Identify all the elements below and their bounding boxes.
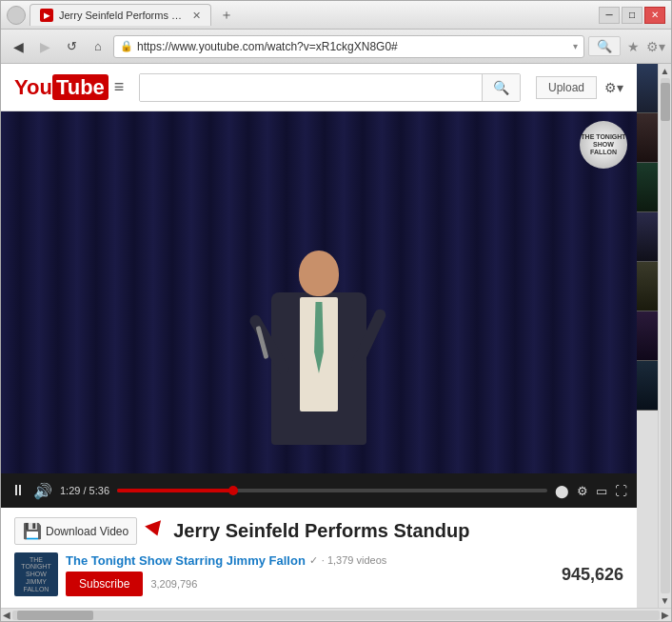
address-text: https://www.youtube.com/watch?v=xR1ckgXN… [137, 40, 569, 53]
control-right-group: ⬤ ⚙ ▭ ⛶ [555, 484, 627, 498]
tab-favicon: ▶ [40, 9, 53, 22]
h-scroll-track[interactable] [12, 611, 660, 620]
address-dropdown-icon[interactable]: ▾ [573, 41, 578, 51]
search-input[interactable] [140, 74, 482, 101]
video-title-row: 💾 Download Video Jerry Seinfeld Performs… [14, 517, 623, 545]
fullscreen-button[interactable]: ⛶ [615, 484, 627, 498]
active-tab[interactable]: ▶ Jerry Seinfeld Performs St... ✕ [30, 4, 211, 26]
home-button[interactable]: ⌂ [87, 35, 109, 58]
horizontal-scrollbar[interactable]: ◀ ▶ [1, 608, 671, 621]
tools-button[interactable]: ⚙▾ [646, 39, 665, 54]
nbc-text: THE TONIGHT SHOW FALLON [580, 133, 627, 155]
related-thumb-1[interactable] [637, 64, 658, 113]
scroll-right-button[interactable]: ▶ [662, 610, 669, 620]
channel-name[interactable]: The Tonight Show Starring Jimmy Fallon [66, 553, 306, 568]
refresh-button[interactable]: ↺ [60, 35, 83, 58]
settings-ctrl-button[interactable]: ⚙ [577, 484, 588, 498]
scroll-down-button[interactable]: ▼ [661, 595, 670, 606]
upload-button[interactable]: Upload [536, 76, 597, 99]
maximize-button[interactable]: □ [622, 7, 642, 24]
channel-row: THE TONIGHT SHOW JIMMY FALLON The Tonigh… [14, 552, 623, 596]
channel-info: The Tonight Show Starring Jimmy Fallon ✓… [66, 553, 554, 596]
header-right: Upload ⚙▾ [536, 76, 623, 99]
related-thumb-3[interactable] [637, 163, 658, 212]
window-controls: ─ □ ✕ [599, 7, 665, 24]
volume-button[interactable]: 🔊 [33, 482, 52, 500]
scroll-track[interactable] [661, 78, 670, 593]
video-player[interactable]: THE TONIGHT SHOW FALLON [1, 111, 637, 473]
download-button[interactable]: 💾 Download Video [14, 517, 137, 545]
video-info: 💾 Download Video Jerry Seinfeld Performs… [1, 508, 637, 608]
video-section: THE TONIGHT SHOW FALLON ⏸ 🔊 1:29 / 5:36 [1, 111, 637, 508]
nav-bar: ◀ ▶ ↺ ⌂ 🔒 https://www.youtube.com/watch?… [1, 30, 671, 64]
youtube-header: YouTube ≡ 🔍 Upload ⚙▾ [1, 64, 637, 111]
sub-count: 3,209,796 [150, 578, 197, 590]
scroll-up-button[interactable]: ▲ [661, 66, 670, 76]
page-content: YouTube ≡ 🔍 Upload ⚙▾ [1, 64, 671, 608]
header-settings-button[interactable]: ⚙▾ [604, 80, 623, 95]
search-bar: 🔍 [139, 73, 521, 102]
title-bar: ▶ Jerry Seinfeld Performs St... ✕ ＋ ─ □ … [1, 1, 671, 30]
related-thumb-2[interactable] [637, 113, 658, 163]
main-area: YouTube ≡ 🔍 Upload ⚙▾ [1, 64, 637, 608]
progress-bar[interactable] [117, 489, 547, 492]
nbc-watermark: THE TONIGHT SHOW FALLON [580, 121, 627, 169]
related-thumb-4[interactable] [637, 212, 658, 262]
pause-button[interactable]: ⏸ [10, 482, 26, 499]
related-thumb-6[interactable] [637, 311, 658, 361]
progress-thumb [228, 486, 238, 495]
related-thumb-7[interactable] [637, 361, 658, 411]
search-submit-button[interactable]: 🔍 [482, 74, 520, 101]
subscribe-button[interactable]: Subscribe [66, 572, 143, 596]
forward-button[interactable]: ▶ [33, 35, 56, 58]
search-button[interactable]: 🔍 [588, 36, 621, 56]
browser-window: ▶ Jerry Seinfeld Performs St... ✕ ＋ ─ □ … [0, 0, 672, 622]
star-button[interactable]: ★ [627, 39, 640, 54]
title-bar-left: ▶ Jerry Seinfeld Performs St... ✕ ＋ [7, 4, 599, 27]
tab-title: Jerry Seinfeld Performs St... [59, 10, 183, 21]
video-controls: ⏸ 🔊 1:29 / 5:36 [1, 473, 637, 508]
verified-icon: ✓ [309, 554, 318, 567]
related-thumb-5[interactable] [637, 262, 658, 311]
minimize-button[interactable]: ─ [599, 7, 620, 24]
arrow-indicator [147, 523, 164, 540]
hamburger-menu[interactable]: ≡ [114, 77, 125, 97]
subscribe-row: Subscribe 3,209,796 [66, 572, 554, 596]
channel-name-row: The Tonight Show Starring Jimmy Fallon ✓… [66, 553, 554, 568]
vertical-scrollbar[interactable]: ▲ ▼ [658, 64, 671, 608]
related-videos-strip [637, 64, 658, 608]
channel-thumb-text: THE TONIGHT SHOW JIMMY FALLON [14, 554, 58, 594]
channel-thumbnail: THE TONIGHT SHOW JIMMY FALLON [14, 552, 58, 596]
progress-fill [117, 489, 233, 492]
person-body [271, 292, 366, 445]
download-label: Download Video [46, 525, 128, 538]
new-tab-button[interactable]: ＋ [215, 4, 238, 27]
video-count: · 1,379 videos [322, 554, 387, 566]
close-button[interactable]: ✕ [644, 7, 665, 24]
view-count: 945,626 [562, 565, 623, 585]
current-time: 1:29 / 5:36 [60, 485, 109, 496]
profile-icon [7, 6, 26, 25]
scroll-left-button[interactable]: ◀ [3, 610, 10, 620]
nav-right-buttons: 🔍 ★ ⚙▾ [588, 36, 665, 56]
lock-icon: 🔒 [120, 40, 133, 52]
captions-button[interactable]: ⬤ [555, 484, 569, 498]
h-scroll-thumb[interactable] [17, 611, 93, 620]
tab-close-button[interactable]: ✕ [192, 10, 201, 22]
red-arrow [145, 520, 166, 538]
address-bar[interactable]: 🔒 https://www.youtube.com/watch?v=xR1ckg… [113, 35, 584, 58]
download-icon: 💾 [23, 522, 42, 540]
miniplayer-button[interactable]: ▭ [596, 484, 607, 498]
video-content [271, 251, 366, 445]
youtube-logo: YouTube [14, 75, 109, 100]
yt-logo-area: YouTube ≡ [14, 75, 124, 100]
scroll-thumb[interactable] [661, 83, 670, 121]
person-head [299, 251, 339, 296]
back-button[interactable]: ◀ [7, 35, 30, 58]
video-title: Jerry Seinfeld Performs Standup [173, 520, 469, 542]
